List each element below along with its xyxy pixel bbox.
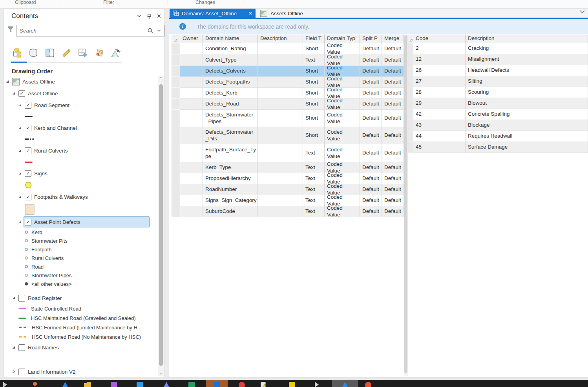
point-symbol[interactable] (25, 282, 28, 285)
table-row[interactable]: SuburbCodeTextCoded ValueDefaultDefault (172, 206, 404, 217)
table-row[interactable]: Condition_RatingShortCoded ValueDefaultD… (172, 43, 404, 55)
row-selector[interactable] (408, 87, 413, 98)
layer-checkbox[interactable]: ✓ (25, 147, 31, 154)
row-selector[interactable] (408, 65, 413, 76)
taskbar-app-14-icon[interactable] (342, 382, 348, 387)
row-selector[interactable] (408, 43, 413, 54)
tab-assets-offline[interactable]: Assets Offline (257, 9, 320, 18)
table-row[interactable]: 12Misalignment (408, 54, 588, 65)
pin-icon[interactable] (147, 14, 151, 19)
table-row[interactable]: Defects_Stormwater _PipesShortCoded Valu… (172, 110, 404, 127)
column-header-owner[interactable]: Owner (180, 35, 203, 43)
row-selector[interactable] (408, 98, 413, 109)
table-row[interactable]: 45Surface Damage (408, 142, 588, 153)
list-by-selection-icon[interactable] (44, 47, 55, 58)
layer-row[interactable]: ✓Signs (24, 168, 150, 179)
column-header-description[interactable]: Description (258, 35, 303, 43)
layer-row[interactable]: ✓Road Segment (24, 100, 150, 111)
expander-closed-icon[interactable] (11, 369, 16, 374)
scroll-up-icon[interactable]: ⌃ (158, 76, 164, 81)
domains-table-scrollbar[interactable] (404, 35, 408, 376)
column-header-domain-name[interactable]: Domain Name (203, 35, 258, 43)
layer-checkbox[interactable]: ✓ (25, 194, 31, 200)
search-icon[interactable] (148, 28, 153, 33)
column-header-code[interactable]: Code (413, 35, 466, 43)
taskbar-app-13-icon[interactable] (314, 382, 320, 387)
table-row[interactable]: Footpath_Surface_Ty peTextCoded ValueDef… (172, 144, 404, 162)
line-symbol[interactable] (25, 162, 33, 163)
layer-checkbox[interactable]: ✓ (18, 90, 25, 97)
taskbar-app-1-icon[interactable] (2, 382, 8, 387)
expander-open-icon[interactable] (18, 171, 22, 176)
line-symbol[interactable] (18, 327, 27, 328)
table-row[interactable]: Defects_KerbShortCoded ValueDefaultDefau… (172, 88, 404, 99)
table-row[interactable]: 29Blowout (408, 98, 588, 109)
layer-row[interactable]: ✓Asset Offline (17, 88, 150, 99)
layer-checkbox[interactable] (18, 344, 25, 351)
line-symbol[interactable] (18, 318, 26, 319)
expander-open-icon[interactable] (18, 125, 22, 130)
close-panel-icon[interactable]: ✕ (157, 13, 161, 19)
point-symbol[interactable] (25, 265, 28, 268)
column-header-split-policy[interactable]: Split P (360, 35, 382, 43)
scrollbar-thumb[interactable] (159, 84, 163, 366)
taskbar-app-9-icon[interactable] (214, 382, 220, 387)
select-all-corner[interactable] (408, 35, 413, 43)
point-symbol[interactable] (25, 248, 28, 251)
taskbar-app-11-icon[interactable] (261, 382, 266, 387)
point-symbol[interactable] (25, 256, 28, 260)
layer-row[interactable]: Land Information V2 (17, 366, 150, 377)
point-symbol[interactable] (25, 231, 28, 234)
expander-open-icon[interactable] (18, 194, 22, 199)
row-selector[interactable] (172, 55, 180, 66)
expander-open-icon[interactable] (11, 345, 16, 350)
row-selector[interactable] (172, 184, 180, 195)
table-row[interactable]: ProposedHierarchyTextCoded ValueDefaultD… (172, 173, 404, 184)
table-row[interactable]: 26Headwall Defects (408, 65, 588, 76)
row-selector[interactable] (172, 66, 180, 77)
table-row[interactable]: Defects_RoadShortCoded ValueDefaultDefau… (172, 99, 404, 110)
layer-checkbox[interactable]: ✓ (25, 219, 31, 225)
list-by-drawing-order-icon[interactable] (11, 47, 22, 58)
line-symbol[interactable] (25, 116, 33, 117)
layer-row[interactable]: ✓Footpaths & Walkways (24, 191, 150, 202)
tab-domains[interactable]: Domains: Asset_Offline ✕ (170, 9, 256, 18)
taskbar-app-8-icon[interactable] (188, 382, 195, 387)
fill-symbol[interactable] (25, 204, 35, 215)
layer-row[interactable]: ✓Kerb and Channel (24, 122, 150, 133)
column-header-merge-policy[interactable]: Merge (382, 35, 404, 43)
table-row[interactable]: Culvert_TypeTextCoded ValueDefaultDefaul… (172, 55, 404, 66)
line-symbol[interactable] (25, 138, 34, 140)
taskbar-app-10-icon[interactable] (239, 382, 245, 387)
layer-checkbox[interactable]: ✓ (25, 102, 31, 109)
layer-checkbox[interactable]: ✓ (25, 125, 31, 131)
row-selector[interactable] (172, 144, 180, 162)
row-selector[interactable] (408, 54, 413, 65)
row-selector[interactable] (172, 206, 180, 217)
taskbar-app-4-icon[interactable] (84, 382, 91, 387)
search-input[interactable] (16, 28, 148, 34)
selected-layer-row[interactable]: ✓Asset Point Defects (24, 216, 150, 227)
layer-row[interactable]: Assets Offline (11, 76, 150, 87)
taskbar-app-2-icon[interactable] (33, 382, 37, 386)
layer-checkbox[interactable] (18, 295, 25, 302)
contents-scrollbar[interactable]: ⌃ ⌄ (158, 76, 164, 376)
expander-open-icon[interactable] (11, 91, 16, 96)
point-symbol[interactable] (25, 239, 28, 242)
row-selector[interactable] (172, 77, 180, 88)
row-selector[interactable] (408, 120, 413, 131)
column-header-domain-type[interactable]: Domain Typ (325, 35, 360, 43)
row-selector[interactable] (172, 99, 180, 110)
line-symbol[interactable] (18, 308, 26, 309)
scroll-down-icon[interactable]: ⌄ (158, 371, 164, 375)
row-selector[interactable] (172, 43, 180, 55)
layer-checkbox[interactable] (18, 369, 25, 375)
layer-row[interactable]: Road Names (17, 342, 150, 353)
hexagon-symbol[interactable] (25, 182, 32, 188)
layer-row[interactable]: ✓Rural Culverts (24, 145, 150, 156)
row-selector[interactable] (172, 162, 180, 173)
row-selector[interactable] (408, 76, 413, 87)
table-row[interactable]: 28Scouring (408, 87, 588, 98)
line-symbol[interactable] (18, 336, 27, 338)
taskbar-app-7-icon[interactable] (163, 382, 170, 387)
